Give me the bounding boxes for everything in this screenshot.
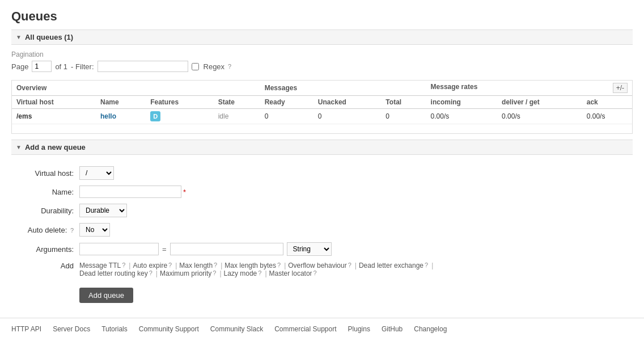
page-title: Queues [11, 9, 633, 24]
footer-link-plugins[interactable]: Plugins [348, 325, 370, 333]
footer-link-community-slack[interactable]: Community Slack [210, 325, 263, 333]
footer-link-server-docs[interactable]: Server Docs [53, 325, 90, 333]
arg-help-max-length[interactable]: ? [214, 262, 217, 269]
filter-label: - Filter: [71, 62, 94, 71]
footer-link-http-api[interactable]: HTTP API [11, 325, 41, 333]
virtual-host-label: Virtual host: [11, 169, 74, 178]
queues-tbody: /ems hello D idle 0 0 0 0.00/s 0.00/s 0.… [12, 109, 632, 124]
arg-link-master-locator[interactable]: Master locator [269, 269, 312, 277]
arg-link-message-ttl[interactable]: Message TTL [79, 262, 121, 269]
add-label: Add [11, 262, 74, 270]
col-incoming: incoming [426, 96, 498, 109]
plus-minus-button[interactable]: +/- [613, 83, 628, 93]
filter-input[interactable] [98, 61, 188, 72]
pagination-row: Page of 1 - Filter: Regex ? [11, 61, 633, 72]
add-queue-button[interactable]: Add queue [79, 288, 133, 303]
col-total: Total [381, 96, 426, 109]
arg-link-dead-letter-exchange[interactable]: Dead letter exchange [359, 262, 423, 269]
add-queue-section-header: ▼ Add a new queue [11, 140, 633, 155]
equals-sign: = [162, 245, 167, 254]
arg-help-dead-letter-exchange[interactable]: ? [425, 262, 428, 269]
group-header-row: Overview Messages Message rates +/- [12, 81, 632, 96]
arg-link-dead-letter-routing-key[interactable]: Dead letter routing key [79, 269, 148, 277]
arg-help-dead-letter-routing-key[interactable]: ? [149, 269, 152, 277]
pagination-label: Pagination [11, 50, 633, 58]
col-state: State [214, 96, 260, 109]
arg-help-lazy-mode[interactable]: ? [258, 269, 261, 277]
arg-help-max-length-bytes[interactable]: ? [277, 262, 281, 269]
add-arguments-row: Add Message TTL ? | Auto expire ? | Max … [11, 262, 633, 277]
arg-help-maximum-priority[interactable]: ? [213, 269, 216, 277]
add-queue-button-row: Add queue [11, 283, 633, 303]
arg-help-overflow-behaviour[interactable]: ? [348, 262, 351, 269]
footer-link-tutorials[interactable]: Tutorials [101, 325, 128, 333]
arg-link-lazy-mode[interactable]: Lazy mode [224, 269, 257, 277]
arg-help-master-locator[interactable]: ? [313, 269, 317, 277]
footer: HTTP APIServer DocsTutorialsCommunity Su… [0, 318, 644, 337]
arg-link-max-length[interactable]: Max length [179, 262, 213, 269]
auto-delete-help[interactable]: ? [70, 227, 74, 234]
col-ready: Ready [260, 96, 313, 109]
arg-link-auto-expire[interactable]: Auto expire [133, 262, 167, 269]
footer-link-changelog[interactable]: Changelog [414, 325, 447, 333]
col-name: Name [96, 96, 146, 109]
durability-row: Durability: Durable Transient [11, 204, 633, 217]
arg-help-message-ttl[interactable]: ? [122, 262, 125, 269]
col-header-row: Virtual host Name Features State Ready U… [12, 96, 632, 109]
footer-link-community-support[interactable]: Community Support [139, 325, 199, 333]
name-input[interactable] [79, 186, 181, 198]
of-label: of 1 [55, 62, 67, 71]
row-name[interactable]: hello [96, 109, 146, 124]
arg-link-maximum-priority[interactable]: Maximum priority [160, 269, 211, 277]
regex-checkbox[interactable] [192, 63, 199, 70]
page-label: Page [11, 62, 28, 71]
row-ready: 0 [260, 109, 313, 124]
add-queue-form: Virtual host: / /ems Name: * Durability:… [11, 161, 633, 309]
type-select[interactable]: String Number Boolean [287, 242, 332, 256]
queues-table: Overview Messages Message rates +/- Virt… [12, 81, 632, 124]
row-features: D [146, 109, 214, 124]
queues-table-wrapper: Overview Messages Message rates +/- Virt… [11, 80, 633, 134]
add-queue-arrow: ▼ [16, 144, 22, 150]
name-row: Name: * [11, 186, 633, 198]
virtual-host-row: Virtual host: / /ems [11, 166, 633, 180]
durability-select[interactable]: Durable Transient [79, 204, 127, 217]
regex-help[interactable]: ? [228, 63, 231, 70]
col-ack: ack [582, 96, 632, 109]
footer-link-commercial-support[interactable]: Commercial Support [274, 325, 336, 333]
row-ack: 0.00/s [582, 109, 632, 124]
add-queue-section-label: Add a new queue [25, 143, 86, 151]
page-input[interactable] [32, 61, 52, 72]
required-star: * [183, 188, 186, 196]
separator: | [431, 262, 433, 269]
separator: | [129, 262, 130, 269]
auto-delete-select[interactable]: No Yes [79, 223, 110, 237]
arguments-key-input[interactable] [79, 243, 159, 255]
separator: | [355, 262, 357, 269]
durability-label: Durability: [11, 207, 74, 215]
col-features: Features [146, 96, 214, 109]
arg-link-overflow-behaviour[interactable]: Overflow behaviour [288, 262, 346, 269]
row-unacked: 0 [313, 109, 382, 124]
row-total: 0 [381, 109, 426, 124]
col-unacked: Unacked [313, 96, 382, 109]
footer-link-github[interactable]: GitHub [382, 325, 402, 333]
row-state: idle [214, 109, 260, 124]
auto-delete-row: Auto delete: ? No Yes [11, 223, 633, 237]
col-deliver-get: deliver / get [497, 96, 582, 109]
table-row[interactable]: /ems hello D idle 0 0 0 0.00/s 0.00/s 0.… [12, 109, 632, 124]
virtual-host-select[interactable]: / /ems [79, 166, 114, 180]
arguments-label: Arguments: [11, 245, 74, 254]
message-rates-group-header: Message rates +/- [426, 81, 632, 96]
separator: | [156, 269, 158, 277]
arguments-row: Arguments: = String Number Boolean [11, 242, 633, 256]
regex-label: Regex [204, 62, 225, 71]
argument-links-container: Message TTL ? | Auto expire ? | Max leng… [79, 262, 488, 277]
arguments-value-input[interactable] [170, 243, 283, 255]
arg-link-max-length-bytes[interactable]: Max length bytes [224, 262, 276, 269]
arg-help-auto-expire[interactable]: ? [168, 262, 172, 269]
all-queues-section-header: ▼ All queues (1) [11, 30, 633, 45]
arguments-inputs: = String Number Boolean [79, 242, 332, 256]
separator: | [265, 269, 266, 277]
separator: | [175, 262, 177, 269]
